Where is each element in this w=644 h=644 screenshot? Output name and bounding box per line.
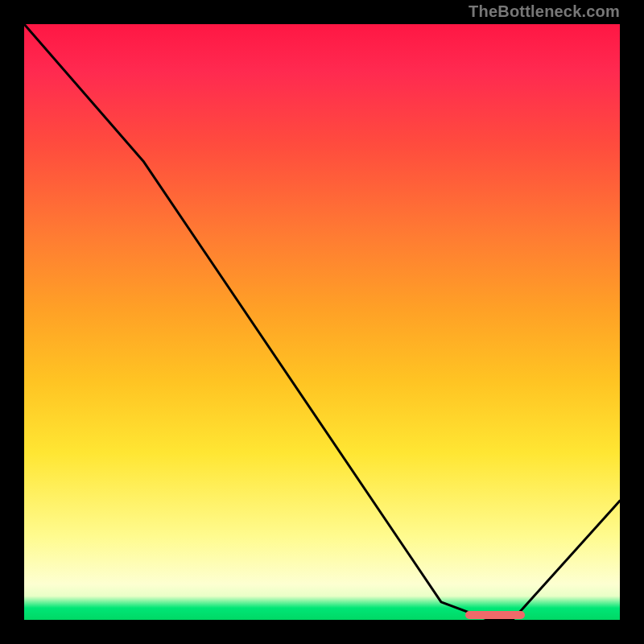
watermark-text: TheBottleneck.com bbox=[469, 2, 620, 21]
chart-frame: TheBottleneck.com bbox=[0, 0, 644, 644]
curve-path bbox=[24, 24, 620, 620]
plot-area bbox=[24, 24, 620, 620]
curve-svg bbox=[24, 24, 620, 620]
optimal-range-marker bbox=[465, 611, 525, 619]
